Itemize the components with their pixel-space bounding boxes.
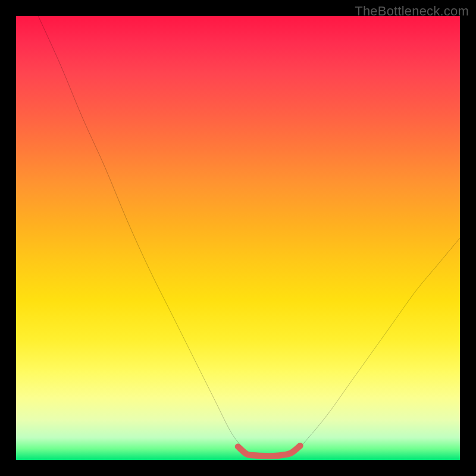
watermark-text: TheBottleneck.com (355, 4, 469, 19)
red-highlight-path (238, 446, 300, 456)
black-curve-path (38, 16, 460, 456)
chart-svg (16, 16, 460, 460)
plot-area (16, 16, 460, 460)
